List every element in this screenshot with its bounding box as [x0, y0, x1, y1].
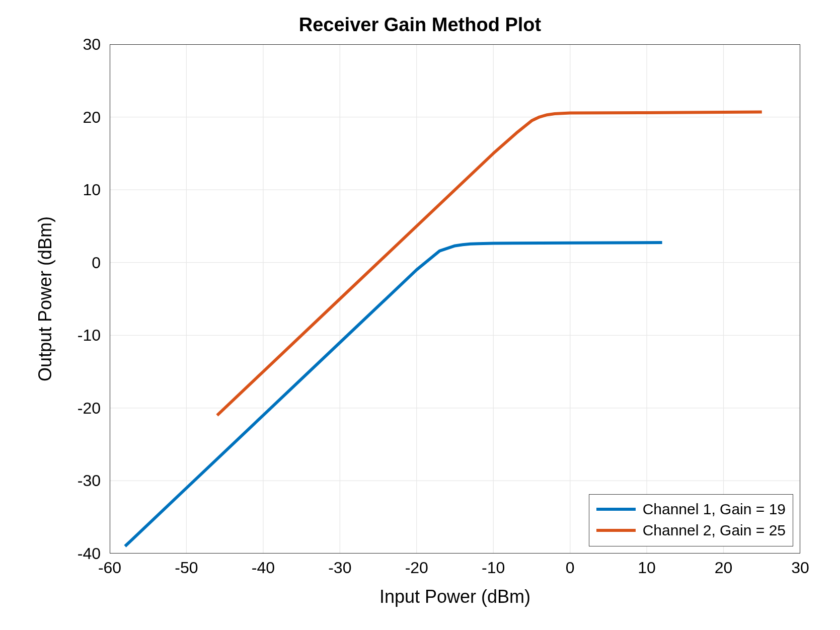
legend-swatch	[596, 529, 636, 532]
legend-label: Channel 2, Gain = 25	[643, 522, 786, 539]
y-tick: 0	[92, 253, 101, 272]
y-tick: -30	[78, 471, 101, 490]
y-axis-label-text: Output Power (dBm)	[35, 216, 56, 381]
y-tick: 30	[83, 35, 101, 54]
y-tick: -10	[78, 326, 101, 345]
y-tick: 20	[83, 108, 101, 126]
plot-area	[110, 44, 800, 554]
chart-title: Receiver Gain Method Plot	[0, 14, 840, 36]
legend-swatch	[596, 508, 636, 511]
x-tick: 10	[638, 559, 656, 577]
legend: Channel 1, Gain = 19Channel 2, Gain = 25	[589, 494, 793, 546]
chart-figure: Receiver Gain Method Plot -60-50-40-30-2…	[0, 0, 840, 630]
legend-label: Channel 1, Gain = 19	[643, 501, 786, 518]
x-tick: -30	[328, 559, 351, 577]
legend-row: Channel 2, Gain = 25	[596, 520, 786, 541]
x-tick: -50	[175, 559, 198, 577]
legend-row: Channel 1, Gain = 19	[596, 499, 786, 520]
x-tick: -40	[252, 559, 275, 577]
plot-svg	[110, 44, 800, 554]
y-tick: -40	[78, 544, 101, 563]
series-line	[125, 243, 662, 546]
x-tick: -60	[98, 559, 121, 577]
grid-lines	[110, 44, 800, 554]
y-axis-label: Output Power (dBm)	[35, 44, 55, 554]
x-tick: 30	[791, 559, 809, 577]
x-tick: 20	[715, 559, 733, 577]
x-tick: -10	[482, 559, 505, 577]
x-axis-label: Input Power (dBm)	[110, 586, 800, 607]
series-line	[217, 112, 761, 415]
x-tick: -20	[405, 559, 428, 577]
y-tick: 10	[83, 181, 101, 199]
y-tick: -20	[78, 399, 101, 417]
x-tick: 0	[566, 559, 575, 577]
